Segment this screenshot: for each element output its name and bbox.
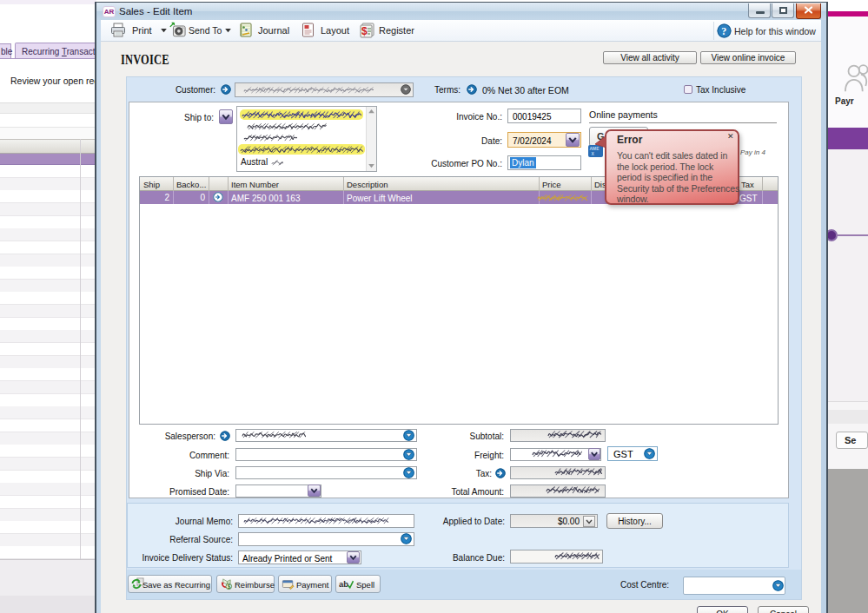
svg-text:$: $ (361, 25, 368, 37)
svg-text:?: ? (721, 25, 726, 37)
svg-text:X: X (592, 151, 595, 156)
svg-text:$: $ (228, 583, 231, 590)
svg-text:ab: ab (339, 579, 348, 589)
